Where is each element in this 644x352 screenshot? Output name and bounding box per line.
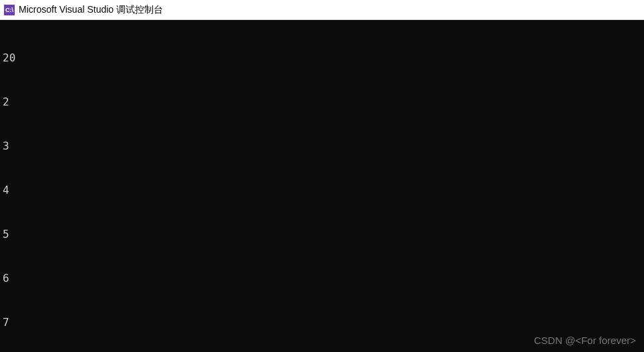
window-title: Microsoft Visual Studio 调试控制台 bbox=[19, 4, 163, 16]
console-line: 5 bbox=[3, 227, 641, 242]
console-line: 7 bbox=[3, 315, 641, 330]
console-line: 20 bbox=[3, 51, 641, 65]
titlebar: C:\ Microsoft Visual Studio 调试控制台 bbox=[0, 0, 644, 20]
watermark: CSDN @<For forever> bbox=[534, 333, 636, 348]
console-line: 6 bbox=[3, 271, 641, 286]
vs-console-icon: C:\ bbox=[4, 5, 15, 15]
console-line: 4 bbox=[3, 183, 641, 198]
console-output[interactable]: 20 2 3 4 5 6 7 8 9 10 11 12 13 14 15 16 … bbox=[0, 20, 644, 352]
console-line: 2 bbox=[3, 95, 641, 110]
console-line: 3 bbox=[3, 139, 641, 154]
